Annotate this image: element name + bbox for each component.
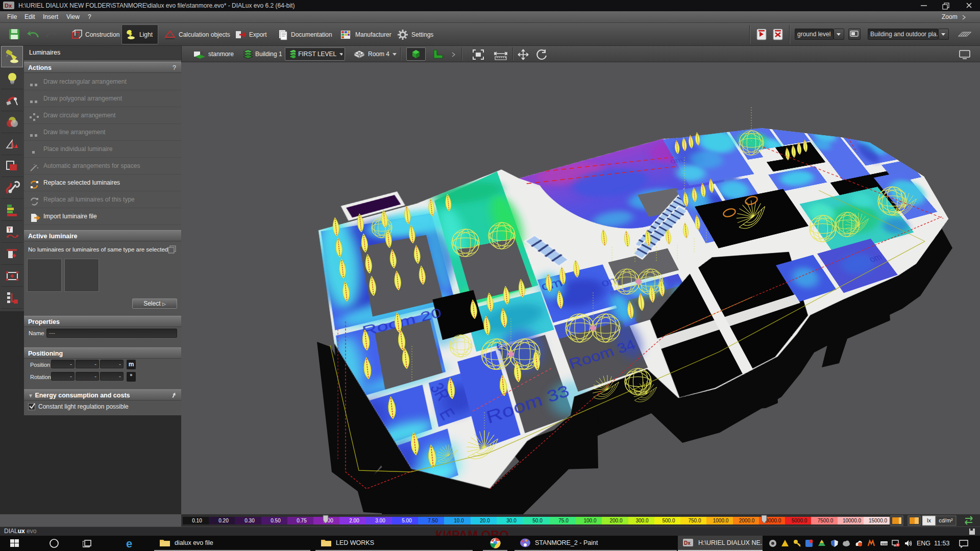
- svg-text:500.0: 500.0: [662, 518, 675, 523]
- svg-text:0.20: 0.20: [218, 518, 229, 523]
- svg-text:Dx: Dx: [5, 3, 12, 9]
- svg-text:Dx: Dx: [684, 540, 691, 546]
- svg-text:7500.0: 7500.0: [818, 518, 834, 523]
- svg-text:30.0: 30.0: [506, 518, 517, 523]
- svg-text:7.50: 7.50: [428, 518, 438, 523]
- svg-text:2000.0: 2000.0: [739, 518, 755, 523]
- svg-text:3000.0: 3000.0: [766, 518, 781, 523]
- svg-text:cd/m²: cd/m²: [939, 517, 953, 523]
- svg-text:T: T: [8, 227, 11, 233]
- svg-text:5000.0: 5000.0: [792, 518, 807, 523]
- svg-text:750.0: 750.0: [688, 518, 701, 523]
- svg-text:20.0: 20.0: [480, 518, 490, 523]
- svg-text:75.0: 75.0: [558, 518, 569, 523]
- svg-text:10000.0: 10000.0: [843, 518, 862, 523]
- svg-text:0.30: 0.30: [244, 518, 255, 523]
- svg-text:50.0: 50.0: [532, 518, 543, 523]
- svg-text:2.00: 2.00: [349, 518, 359, 523]
- svg-text:10.0: 10.0: [454, 518, 464, 523]
- svg-text:5.00: 5.00: [402, 518, 412, 523]
- svg-text:300.0: 300.0: [635, 518, 648, 523]
- svg-text:100.0: 100.0: [583, 518, 596, 523]
- svg-text:3.00: 3.00: [375, 518, 385, 523]
- svg-text:lx: lx: [927, 517, 931, 523]
- svg-text:0.10: 0.10: [192, 518, 202, 523]
- svg-text:1000.0: 1000.0: [713, 518, 729, 523]
- svg-text:e: e: [126, 538, 132, 549]
- svg-text:15000.0: 15000.0: [869, 518, 888, 523]
- svg-text:200.0: 200.0: [609, 518, 622, 523]
- svg-text:0.50: 0.50: [271, 518, 281, 523]
- svg-text:SSD: SSD: [881, 542, 888, 545]
- svg-text:0.75: 0.75: [297, 518, 307, 523]
